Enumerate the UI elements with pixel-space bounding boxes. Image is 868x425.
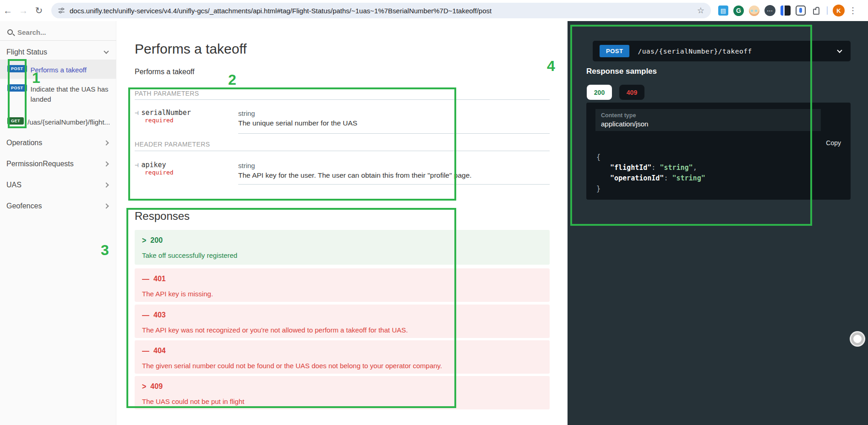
mic-extension-icon[interactable] — [796, 5, 806, 16]
param-required-flag: required — [145, 169, 174, 176]
chevron-right-icon — [104, 140, 109, 145]
param-type: string — [238, 109, 255, 117]
content-type-label: Content type — [601, 112, 815, 119]
code-sample-panel: Content type application/json Copy { "fl… — [586, 103, 851, 200]
forward-icon[interactable]: → — [16, 3, 31, 18]
response-description: The given serial number could not be fou… — [142, 362, 542, 370]
sidebar-section-operations[interactable]: Operations — [0, 134, 116, 152]
response-description: The API key is missing. — [142, 290, 542, 298]
search-box[interactable] — [0, 25, 116, 39]
response-code: 404 — [153, 347, 166, 354]
sidebar-item-performs-takeoff[interactable]: POST Performs a takeoff — [0, 60, 116, 79]
chevron-down-icon — [104, 49, 109, 54]
chevron-down-icon[interactable] — [837, 48, 842, 53]
post-method-badge: POST — [600, 45, 629, 57]
sidebar: Flight Status POST Performs a takeoff PO… — [0, 21, 116, 425]
sidebar-group-flight-status[interactable]: Flight Status — [0, 44, 116, 60]
site-settings-icon[interactable] — [58, 7, 65, 14]
post-method-badge: POST — [7, 84, 27, 92]
browser-toolbar: ← → ↻ docs.unifly.tech/unifly-services/v… — [0, 0, 868, 21]
response-code: 403 — [153, 311, 166, 319]
sidebar-section-label: UAS — [6, 181, 22, 189]
page-title: Performs a takeoff — [135, 41, 247, 57]
dash-icon: — — [142, 274, 149, 284]
chevron-right-icon — [104, 203, 109, 208]
sidebar-section-geofences[interactable]: Geofences — [0, 197, 116, 215]
response-description: The API key was not recognized or you're… — [142, 326, 542, 334]
chevron-right-icon — [104, 161, 109, 166]
extensions-puzzle-icon[interactable] — [811, 5, 822, 16]
response-code: 200 — [150, 236, 163, 244]
extensions-tray: ▤ G ⋯ K — [718, 5, 845, 16]
sidebar-divider — [0, 40, 116, 41]
search-input[interactable] — [17, 28, 91, 36]
search-icon — [7, 29, 13, 35]
back-icon[interactable]: ← — [0, 3, 16, 18]
responses-title: Responses — [135, 210, 190, 223]
response-description: Take off successfully registered — [142, 251, 542, 259]
reading-list-extension-icon[interactable]: ▤ — [718, 5, 728, 16]
sidebar-group-label: Flight Status — [6, 48, 47, 56]
post-method-badge: POST — [7, 65, 27, 72]
get-method-badge: GET — [7, 117, 24, 125]
expand-chevron-icon: > — [142, 382, 146, 392]
api-doc-content: Performs a takeoff Performs a takeoff PA… — [116, 21, 568, 425]
row-divider — [238, 133, 550, 134]
endpoint-bar[interactable]: POST /uas/{serialNumber}/takeoff — [593, 41, 851, 61]
sidebar-item-flight-path[interactable]: GET /uas/{serialNumber}/flight... — [0, 113, 116, 133]
sample-tab-200[interactable]: 200 — [587, 85, 612, 100]
sidebar-section-label: Geofences — [6, 202, 42, 210]
dash-icon: — — [142, 311, 149, 320]
sample-tab-409[interactable]: 409 — [619, 85, 644, 100]
url-text[interactable]: docs.unifly.tech/unifly-services/v4.4/un… — [70, 7, 693, 15]
browser-menu-icon[interactable]: ⋮ — [848, 5, 857, 16]
sidebar-item-label: Indicate that the UAS has landed — [31, 84, 111, 104]
json-sample: { "flightId": "string", "operationId": "… — [596, 152, 705, 194]
more-extension-icon[interactable]: ⋯ — [764, 5, 775, 16]
response-description: The UAS could not be put in flight — [142, 398, 542, 405]
code-samples-panel: POST /uas/{serialNumber}/takeoff Respons… — [568, 21, 868, 425]
sidebar-item-uas-landed[interactable]: POST Indicate that the UAS has landed — [0, 79, 116, 109]
path-parameters-header: PATH PARAMETERS — [135, 90, 199, 97]
endpoint-description: Performs a takeoff — [135, 68, 194, 76]
sidebar-section-permissionrequests[interactable]: PermissionRequests — [0, 155, 116, 173]
sidebar-section-label: PermissionRequests — [6, 160, 74, 168]
section-divider — [135, 99, 550, 100]
endpoint-path: /uas/{serialNumber}/takeoff — [638, 48, 752, 55]
grammarly-extension-icon[interactable]: G — [733, 5, 744, 16]
param-serialnumber: ⊣serialNumber — [135, 109, 191, 117]
address-bar[interactable]: docs.unifly.tech/unifly-services/v4.4/un… — [51, 3, 711, 18]
profile-avatar[interactable]: K — [833, 5, 845, 16]
dash-icon: — — [142, 346, 149, 356]
param-description: The API key for the user. The user can o… — [238, 171, 472, 180]
floating-widget-button[interactable] — [851, 332, 864, 345]
toolbar-divider — [827, 6, 828, 15]
sidebar-item-label: Performs a takeoff — [31, 65, 111, 75]
sidebar-section-uas[interactable]: UAS — [0, 176, 116, 194]
param-description: The unique serial number for the UAS — [238, 119, 357, 127]
response-row-401: —401 The API key is missing. — [135, 268, 550, 302]
content-type-dropdown[interactable]: Content type application/json — [595, 109, 821, 131]
chevron-right-icon — [104, 182, 109, 187]
param-pin-icon: ⊣ — [135, 161, 138, 169]
response-row-409[interactable]: >409 The UAS could not be put in flight — [135, 376, 550, 409]
param-pin-icon: ⊣ — [135, 109, 138, 116]
reload-icon[interactable]: ↻ — [31, 3, 47, 18]
expand-chevron-icon: > — [142, 236, 146, 245]
screenshot-root: ← → ↻ docs.unifly.tech/unifly-services/v… — [0, 0, 868, 425]
param-type: string — [238, 162, 255, 169]
response-row-200[interactable]: >200 Take off successfully registered — [135, 230, 550, 265]
section-divider — [135, 151, 550, 151]
bookmark-extension-icon[interactable] — [781, 5, 791, 16]
row-divider — [238, 184, 550, 185]
response-code: 409 — [150, 382, 163, 390]
content-type-value: application/json — [601, 120, 815, 128]
response-row-404: —404 The given serial number could not b… — [135, 340, 550, 374]
persona-extension-icon[interactable] — [749, 5, 759, 16]
sidebar-item-label: /uas/{serialNumber}/flight... — [27, 117, 108, 127]
bookmark-star-icon[interactable]: ☆ — [697, 5, 704, 16]
header-parameters-header: HEADER PARAMETERS — [135, 141, 210, 148]
response-code: 401 — [153, 275, 166, 283]
param-apikey: ⊣apikey — [135, 161, 166, 169]
copy-button[interactable]: Copy — [826, 139, 841, 147]
